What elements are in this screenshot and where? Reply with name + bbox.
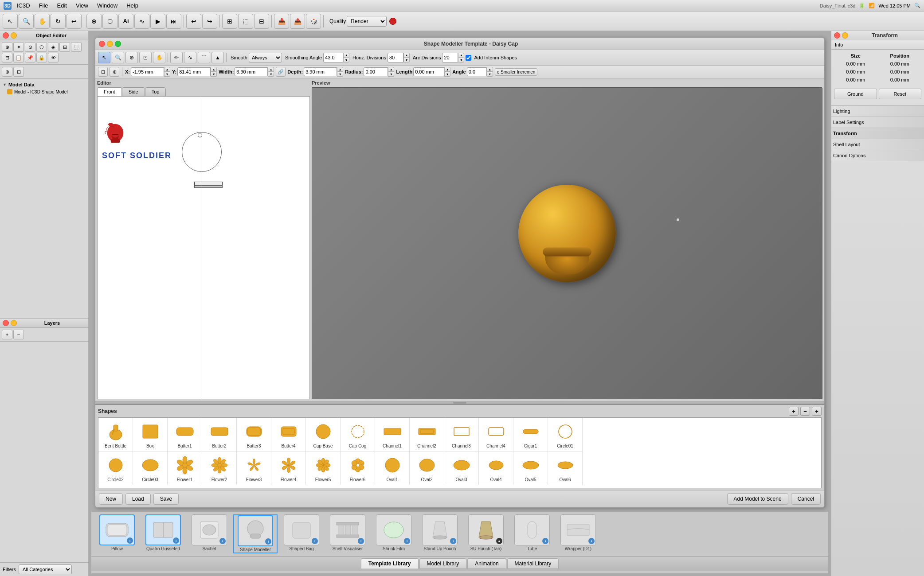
- new-button[interactable]: New: [99, 493, 123, 505]
- tb-undo2[interactable]: ↩: [186, 14, 201, 29]
- smoothing-angle-up[interactable]: ▲: [343, 53, 349, 58]
- oe-btn-a[interactable]: ⊕: [2, 67, 12, 77]
- menu-view[interactable]: View: [72, 1, 92, 10]
- depth-up[interactable]: ▲: [337, 67, 343, 72]
- depth-input[interactable]: [304, 67, 337, 76]
- tab-animation[interactable]: Animation: [467, 558, 506, 569]
- rp-min[interactable]: [842, 32, 848, 39]
- sm-max[interactable]: [115, 41, 121, 47]
- layer-add[interactable]: +: [2, 330, 12, 339]
- layer-remove[interactable]: −: [13, 330, 24, 339]
- library-item-tube[interactable]: i Tube: [510, 514, 554, 553]
- shape-flower3[interactable]: Flower3: [237, 451, 271, 485]
- sm-draw3[interactable]: ⌒: [198, 52, 210, 63]
- expand-icon[interactable]: ▼: [3, 82, 7, 87]
- shapes-remove-btn[interactable]: −: [800, 407, 810, 416]
- shape-butter4[interactable]: Butter4: [271, 418, 306, 451]
- shape-channel2[interactable]: Channel2: [410, 418, 444, 451]
- y-up[interactable]: ▲: [211, 67, 217, 72]
- right-tab-lighting[interactable]: Lighting: [831, 106, 924, 117]
- tab-side[interactable]: Side: [122, 87, 145, 96]
- shape-cap-base[interactable]: Cap Base: [306, 418, 341, 451]
- info-tab[interactable]: Info: [831, 40, 924, 50]
- library-item-standup[interactable]: i Stand Up Pouch: [418, 514, 462, 553]
- tab-model-library[interactable]: Model Library: [419, 558, 467, 569]
- radius-input[interactable]: [364, 67, 388, 76]
- horiz-div-down[interactable]: ▼: [403, 58, 410, 62]
- horiz-div-up[interactable]: ▲: [403, 53, 410, 58]
- shape-channel3[interactable]: Channel3: [444, 418, 479, 451]
- shape-handle-top[interactable]: [198, 133, 202, 137]
- oe-btn-2[interactable]: ✦: [13, 42, 24, 52]
- right-tab-canon-options[interactable]: Canon Options: [831, 150, 924, 161]
- shape-circle01[interactable]: Circle01: [548, 418, 583, 451]
- search-icon[interactable]: 🔍: [914, 3, 920, 8]
- menu-file[interactable]: File: [35, 1, 52, 10]
- oe-btn-4[interactable]: ⬡: [36, 42, 47, 52]
- length-down[interactable]: ▼: [444, 72, 450, 77]
- width-input[interactable]: [235, 67, 268, 76]
- right-tab-label-settings[interactable]: Label Settings: [831, 117, 924, 128]
- arc-div-down[interactable]: ▼: [458, 58, 464, 62]
- quality-select[interactable]: Render Preview Fast: [347, 16, 387, 27]
- y-input[interactable]: [177, 67, 211, 76]
- oe-btn-8[interactable]: ⊟: [2, 53, 12, 62]
- angle-down[interactable]: ▼: [487, 72, 493, 77]
- shape-butter3[interactable]: Butter3: [237, 418, 271, 451]
- sm-draw2[interactable]: ∿: [184, 52, 196, 63]
- horiz-div-input[interactable]: [388, 53, 403, 62]
- length-input[interactable]: [413, 67, 444, 76]
- shape-flower2[interactable]: Flower2: [202, 451, 237, 485]
- library-item-sachet[interactable]: i Sachet: [187, 514, 231, 553]
- right-tab-transform[interactable]: Transform: [831, 128, 924, 139]
- smaller-increment-btn[interactable]: e Smaller Incremen: [495, 68, 538, 76]
- layers-close[interactable]: [3, 320, 9, 326]
- shape-oval6[interactable]: Oval6: [548, 451, 583, 485]
- shape-oval4[interactable]: Oval4: [479, 451, 513, 485]
- arc-div-up[interactable]: ▲: [458, 53, 464, 58]
- add-interim-checkbox[interactable]: [466, 55, 471, 61]
- sm-close[interactable]: [99, 41, 105, 47]
- tb-export[interactable]: 📤: [290, 14, 305, 29]
- tb-pointer[interactable]: ↖: [3, 14, 18, 29]
- shape-butter2[interactable]: Butter2: [202, 418, 237, 451]
- tb-play[interactable]: ▶: [150, 14, 165, 29]
- oe-btn-3[interactable]: ⊙: [25, 42, 35, 52]
- arc-div-input[interactable]: [442, 53, 458, 62]
- oe-btn-1[interactable]: ⊕: [2, 42, 12, 52]
- y-down[interactable]: ▼: [211, 72, 217, 77]
- sm-draw4[interactable]: ▲: [211, 52, 224, 63]
- add-model-button[interactable]: Add Model to Scene: [727, 493, 788, 505]
- oe-btn-12[interactable]: 👁: [48, 53, 59, 62]
- width-up[interactable]: ▲: [268, 67, 274, 72]
- oe-btn-6[interactable]: ⊞: [59, 42, 70, 52]
- oe-btn-11[interactable]: 🔒: [36, 53, 47, 62]
- angle-up[interactable]: ▲: [487, 67, 493, 72]
- shape-butter1[interactable]: Butter1: [168, 418, 202, 451]
- x-up[interactable]: ▲: [164, 67, 170, 72]
- menu-edit[interactable]: Edit: [54, 1, 70, 10]
- tb-import[interactable]: 📥: [274, 14, 289, 29]
- oe-btn-9[interactable]: 📋: [13, 53, 24, 62]
- tb-3d[interactable]: 🎲: [306, 14, 321, 29]
- shape-oval2[interactable]: Oval2: [410, 451, 444, 485]
- oe-btn-10[interactable]: 📌: [25, 53, 35, 62]
- filters-select[interactable]: All Categories: [19, 564, 72, 574]
- ground-button[interactable]: Ground: [834, 89, 877, 99]
- coord-icon-1[interactable]: ⊡: [98, 67, 108, 77]
- shape-oval5[interactable]: Oval5: [513, 451, 548, 485]
- menu-window[interactable]: Window: [94, 1, 121, 10]
- library-item-shrink-film[interactable]: i Shrink Film: [372, 514, 416, 553]
- tb-grid[interactable]: ⬚: [238, 14, 253, 29]
- shape-cap-cog[interactable]: Cap Cog: [341, 418, 375, 451]
- tb-scale[interactable]: ⬡: [102, 14, 117, 29]
- sm-fit[interactable]: ⊡: [139, 52, 152, 63]
- tb-zoom[interactable]: 🔍: [19, 14, 34, 29]
- tb-curve[interactable]: ∿: [134, 14, 149, 29]
- x-input[interactable]: [131, 67, 164, 76]
- library-item-pillow[interactable]: i Pillow: [95, 514, 139, 553]
- tb-redo[interactable]: ↪: [202, 14, 217, 29]
- layers-min[interactable]: [11, 320, 17, 326]
- shapes-add-btn[interactable]: +: [789, 407, 799, 416]
- shape-flower6[interactable]: Flower6: [341, 451, 375, 485]
